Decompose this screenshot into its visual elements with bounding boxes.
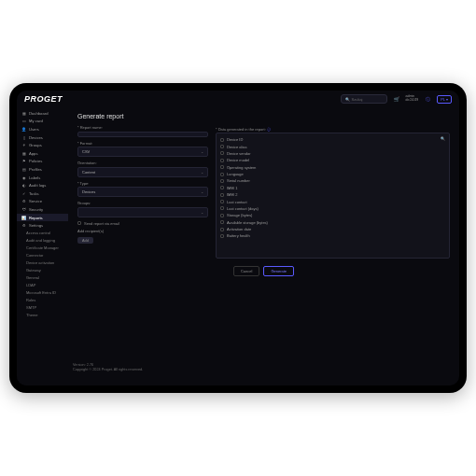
orientation-select[interactable]: Content⌄ [77,167,208,177]
cancel-button[interactable]: Cancel [233,266,259,276]
groups-label: Groups: [77,201,208,205]
report-name-label: * Report name: [77,125,208,130]
data-field-item[interactable]: IMEI 1 [220,185,445,191]
type-select[interactable]: Devices⌄ [77,187,208,197]
groups-select[interactable]: ⌄ [77,207,208,217]
orientation-label: Orientation: [77,161,208,165]
format-select[interactable]: CSV⌄ [77,147,208,157]
cart-icon[interactable]: 🛒 [393,95,400,103]
data-field-item[interactable]: Last contact [220,198,445,204]
type-label: * Type: [77,181,208,186]
logo: PROGET [24,94,63,104]
search-input[interactable]: 🔍Szukaj [341,94,387,104]
sidebar-sub-connector[interactable]: Connector [17,252,68,259]
data-field-item[interactable]: Battery health [220,232,445,239]
header: PROGET 🔍Szukaj 🛒 admin do 24.09 ⓘ PL ▾ [17,91,459,107]
format-label: * Format: [77,141,208,146]
data-fields-panel: 🔍 Device IDDevice aliasDevice vendorDevi… [216,133,450,259]
sidebar-item-reports[interactable]: 📊Reports [17,214,68,222]
sidebar-item-users[interactable]: 👤Users [17,125,68,133]
sidebar-item-policies[interactable]: ⚑Policies [17,158,68,166]
data-label: * Data generated in the report: ⓘ [216,127,271,132]
data-field-item[interactable]: Operating system [220,164,445,171]
data-field-item[interactable]: Device alias [220,143,445,149]
sidebar-item-my-card[interactable]: ▭My card [17,118,68,126]
sidebar-sub-ldap[interactable]: LDAP [17,282,68,289]
sidebar-item-apps[interactable]: ▦Apps [17,149,68,158]
data-field-item[interactable]: Device ID [220,136,445,143]
sidebar-sub-access-control[interactable]: Access control [17,230,68,237]
sidebar-item-groups[interactable]: ⚘Groups [17,141,68,149]
sidebar-sub-roles[interactable]: Roles [17,297,68,304]
data-field-item[interactable]: Available storage (bytes) [220,219,445,226]
footer: Version: 2.76 Copyright © 2024 Proget. A… [73,363,143,372]
sidebar-sub-gateway[interactable]: Gateway [17,267,68,274]
send-email-checkbox[interactable]: Send report via email [77,221,208,226]
sidebar-sub-microsoft-entra-id[interactable]: Microsoft Entra ID [17,289,68,297]
data-field-item[interactable]: Device vendor [220,150,445,157]
data-field-item[interactable]: Device model [220,157,445,163]
sidebar-item-labels[interactable]: ◉Labels [17,174,68,182]
sidebar-item-profiles[interactable]: ▤Profiles [17,165,68,174]
sidebar-sub-audit-and-logging[interactable]: Audit and logging [17,237,68,245]
search-icon[interactable]: 🔍 [441,136,445,141]
sidebar: ▦Dashboard▭My card👤Users▯Devices⚘Groups▦… [17,107,68,385]
sidebar-item-settings[interactable]: ⚙Settings [17,221,68,230]
sidebar-item-security[interactable]: 🛡Security [17,205,68,214]
data-field-item[interactable]: Activation date [220,226,445,232]
sidebar-sub-device-activation[interactable]: Device activation [17,259,68,267]
page-title: Generate report [77,113,450,119]
sidebar-item-audit-logs[interactable]: ◐Audit logs [17,181,68,189]
data-field-item[interactable]: IMEI 2 [220,191,445,198]
sidebar-item-tasks[interactable]: ✓Tasks [17,189,68,198]
help-icon[interactable]: ⓘ [424,95,431,103]
sidebar-item-service[interactable]: ⚙Service [17,198,68,206]
user-menu[interactable]: admin do 24.09 [406,95,419,103]
sidebar-item-devices[interactable]: ▯Devices [17,133,68,142]
report-name-input[interactable] [77,132,208,137]
data-field-item[interactable]: Storage (bytes) [220,212,445,218]
sidebar-sub-theme[interactable]: Theme [17,312,68,319]
sidebar-item-dashboard[interactable]: ▦Dashboard [17,109,68,118]
sidebar-sub-general[interactable]: General [17,274,68,282]
data-field-item[interactable]: Serial number [220,177,445,184]
copyright-text: Copyright © 2024 Proget. All rights rese… [73,368,143,371]
add-recipients-label: Add recipient(s) [77,229,208,233]
generate-button[interactable]: Generate [263,266,294,276]
data-field-item[interactable]: Language [220,171,445,177]
sidebar-sub-smtp[interactable]: SMTP [17,304,68,312]
version-text: Version: 2.76 [73,363,143,367]
sidebar-sub-certificate-manager[interactable]: Certificate Manager [17,245,68,252]
add-button[interactable]: Add [77,237,93,244]
main-content: Generate report * Report name: * Format:… [68,107,459,385]
language-selector[interactable]: PL ▾ [437,95,452,104]
data-field-item[interactable]: Last contact (days) [220,205,445,212]
